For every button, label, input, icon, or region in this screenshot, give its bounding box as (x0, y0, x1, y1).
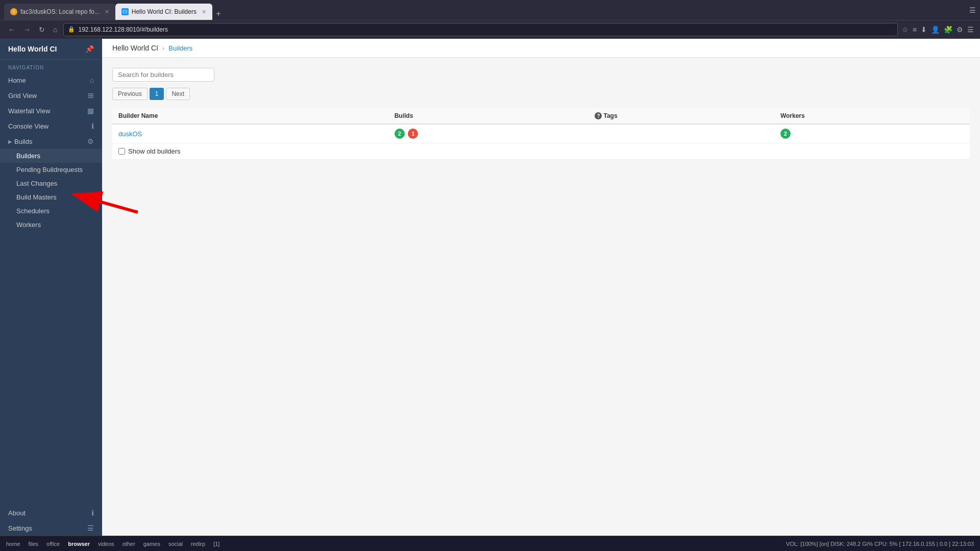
search-input[interactable] (112, 68, 214, 82)
sidebar: Hello World CI 📌 NAVIGATION Home ⌂ Grid … (0, 39, 102, 536)
waterfall-label: Waterfall View (8, 107, 50, 115)
status-browser[interactable]: browser (68, 541, 90, 547)
tab-close-repo[interactable]: ✕ (105, 9, 109, 15)
sidebar-title: Hello World CI (8, 45, 57, 53)
waterfall-icon: ▦ (87, 107, 94, 115)
extensions-icon[interactable]: 🧩 (944, 26, 952, 34)
settings-icon[interactable]: ⚙ (957, 26, 963, 34)
sidebar-subitem-last-changes[interactable]: Last Changes (0, 177, 102, 190)
tab-favicon-ci: CI (121, 8, 129, 15)
sidebar-subitem-pending-buildrequests[interactable]: Pending Buildrequests (0, 163, 102, 177)
sidebar-subitem-builders[interactable]: Builders (0, 149, 102, 163)
status-right: VOL: [100%] [on] DISK: 248.2 Gi% CPU: 5%… (786, 541, 974, 547)
show-old-builders-label[interactable]: Show old builders (118, 147, 964, 155)
status-bar: home files office browser videos other g… (0, 536, 980, 551)
page-1-button[interactable]: 1 (150, 88, 164, 100)
sidebar-item-home[interactable]: Home ⌂ (0, 72, 102, 88)
col-workers: Workers (774, 108, 970, 124)
browser-tabs: f fac3/duskOS: Local repo fo... ✕ CI Hel… (4, 0, 225, 20)
last-changes-sub-label: Last Changes (16, 180, 57, 187)
pocket-icon[interactable]: ⬇ (921, 26, 927, 34)
sidebar-item-settings[interactable]: Settings ☰ (0, 520, 102, 536)
search-bar (112, 68, 970, 82)
status-home[interactable]: home (6, 541, 20, 547)
show-old-builders-row: Show old builders (112, 143, 970, 160)
reader-icon[interactable]: ≡ (913, 26, 917, 34)
bookmark-star-icon[interactable]: ☆ (902, 26, 909, 34)
forward-button[interactable]: → (21, 23, 33, 36)
reload-button[interactable]: ↻ (37, 23, 47, 36)
col-builder-name: Builder Name (112, 108, 388, 124)
home-nav-button[interactable]: ⌂ (51, 23, 59, 36)
sidebar-item-builds[interactable]: ▶ Builds ⚙ (0, 134, 102, 149)
breadcrumb-separator: › (162, 44, 164, 52)
sidebar-item-grid-view[interactable]: Grid View ⊞ (0, 88, 102, 103)
browser-menu-icon[interactable]: ☰ (969, 6, 976, 14)
show-old-builders-checkbox[interactable] (118, 148, 125, 155)
tab-label-ci: Hello World CI: Builders (132, 8, 197, 15)
tags-info-icon: ? (595, 112, 602, 119)
sidebar-item-console-view[interactable]: Console View ℹ (0, 118, 102, 134)
nav-section-label: NAVIGATION (0, 60, 102, 72)
sidebar-subitem-schedulers[interactable]: Schedulers (0, 204, 102, 218)
sidebar-subitem-workers[interactable]: Workers (0, 218, 102, 232)
status-other[interactable]: other (122, 541, 135, 547)
sidebar-subitem-build-masters[interactable]: Build Masters (0, 190, 102, 204)
status-games[interactable]: games (143, 541, 160, 547)
builds-badge-green: 2 (395, 129, 405, 139)
workers-sub-label: Workers (16, 221, 41, 229)
status-redirp[interactable]: redirp (191, 541, 205, 547)
overflow-icon[interactable]: ☰ (967, 26, 974, 34)
builder-link[interactable]: duskOS (118, 130, 142, 138)
col-tags: ? Tags (589, 108, 774, 124)
back-button[interactable]: ← (6, 23, 17, 36)
status-left: home files office browser videos other g… (6, 541, 219, 547)
breadcrumb-current[interactable]: Builders (168, 44, 192, 52)
table-header-row: Builder Name Builds ? Tags Workers (112, 108, 970, 124)
tab-ci[interactable]: CI Hello World CI: Builders ✕ (115, 4, 212, 20)
settings-nav-icon: ☰ (87, 524, 94, 532)
about-icon: ℹ (91, 509, 94, 517)
sidebar-header: Hello World CI 📌 (0, 39, 102, 60)
tags-label: Tags (603, 112, 617, 119)
tab-label-repo: fac3/duskOS: Local repo fo... (20, 8, 100, 15)
url-text: 192.168.122.128:8010/#/builders (78, 26, 167, 33)
workers-cell: 2 (774, 124, 970, 143)
builds-icon: ⚙ (87, 137, 94, 145)
tab-favicon-repo: f (10, 8, 17, 15)
settings-label: Settings (8, 524, 32, 532)
content-area: Hello World CI › Builders Previous 1 Nex… (102, 39, 980, 536)
breadcrumb-root: Hello World CI (112, 44, 158, 52)
about-label: About (8, 509, 26, 517)
col-builds: Builds (388, 108, 589, 124)
previous-button[interactable]: Previous (112, 88, 148, 100)
tab-close-ci[interactable]: ✕ (202, 9, 206, 15)
browser-chrome: f fac3/duskOS: Local repo fo... ✕ CI Hel… (0, 0, 980, 20)
content-header: Hello World CI › Builders (102, 39, 980, 58)
pin-icon[interactable]: 📌 (85, 45, 94, 53)
content-body: Previous 1 Next Builder Name Builds ? (102, 58, 980, 170)
status-files[interactable]: files (29, 541, 39, 547)
builds-badge-red: 1 (408, 129, 418, 139)
profile-icon[interactable]: 👤 (931, 26, 940, 34)
status-office[interactable]: office (46, 541, 60, 547)
builders-sub-label: Builders (16, 152, 40, 160)
sidebar-item-about[interactable]: About ℹ (0, 505, 102, 520)
home-icon: ⌂ (90, 76, 94, 84)
sidebar-item-waterfall-view[interactable]: Waterfall View ▦ (0, 103, 102, 118)
builders-table: Builder Name Builds ? Tags Workers (112, 108, 970, 160)
address-bar: ← → ↻ ⌂ 🔒 192.168.122.128:8010/#/builder… (0, 20, 980, 39)
next-button[interactable]: Next (166, 88, 190, 100)
grid-icon: ⊞ (88, 91, 94, 99)
url-bar[interactable]: 🔒 192.168.122.128:8010/#/builders (63, 23, 897, 36)
status-social[interactable]: social (168, 541, 183, 547)
schedulers-sub-label: Schedulers (16, 207, 50, 215)
tags-cell (589, 124, 774, 143)
expand-icon: ▶ (8, 139, 12, 144)
status-videos[interactable]: videos (98, 541, 114, 547)
console-icon: ℹ (91, 122, 94, 130)
table-row: duskOS 2 1 2 (112, 124, 970, 143)
toolbar-icons: ☆ ≡ ⬇ 👤 🧩 ⚙ ☰ (902, 26, 974, 34)
new-tab-button[interactable]: + (212, 8, 225, 20)
tab-repo[interactable]: f fac3/duskOS: Local repo fo... ✕ (4, 4, 115, 20)
